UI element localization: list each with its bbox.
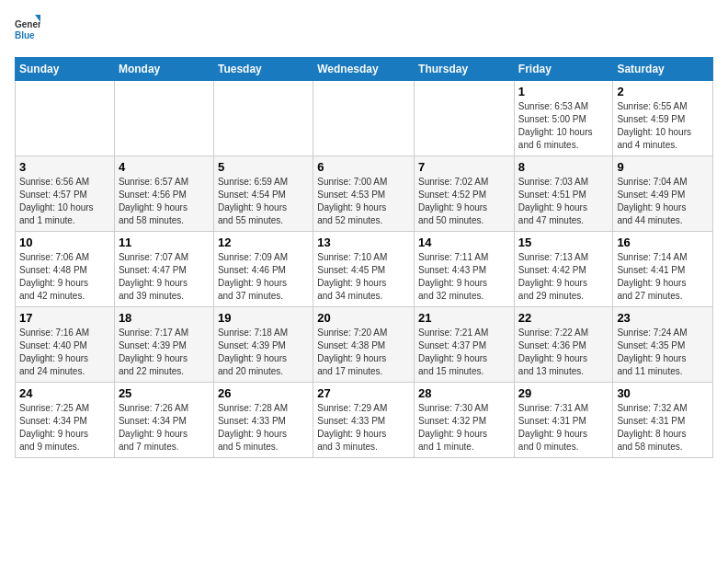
day-number: 1	[518, 85, 609, 98]
day-info: Sunrise: 7:24 AM Sunset: 4:35 PM Dayligh…	[617, 327, 709, 378]
day-info: Sunrise: 7:26 AM Sunset: 4:34 PM Dayligh…	[119, 402, 210, 454]
logo-graphic: General Blue	[15, 15, 40, 48]
calendar-cell: 6Sunrise: 7:00 AM Sunset: 4:53 PM Daylig…	[313, 156, 415, 232]
logo-svg: General Blue	[15, 15, 40, 48]
page-header: General Blue	[15, 15, 713, 48]
calendar-cell: 20Sunrise: 7:20 AM Sunset: 4:38 PM Dayli…	[313, 307, 415, 383]
day-info: Sunrise: 7:20 AM Sunset: 4:38 PM Dayligh…	[317, 327, 410, 378]
day-info: Sunrise: 7:10 AM Sunset: 4:45 PM Dayligh…	[317, 251, 410, 303]
day-number: 22	[518, 311, 609, 325]
calendar-header-tuesday: Tuesday	[213, 58, 313, 81]
day-number: 15	[518, 236, 609, 249]
day-info: Sunrise: 6:56 AM Sunset: 4:57 PM Dayligh…	[19, 176, 110, 227]
day-info: Sunrise: 7:14 AM Sunset: 4:41 PM Dayligh…	[617, 251, 709, 303]
day-info: Sunrise: 7:11 AM Sunset: 4:43 PM Dayligh…	[418, 251, 510, 303]
calendar-cell: 22Sunrise: 7:22 AM Sunset: 4:36 PM Dayli…	[514, 307, 613, 383]
calendar-cell: 10Sunrise: 7:06 AM Sunset: 4:48 PM Dayli…	[16, 232, 115, 307]
day-info: Sunrise: 7:28 AM Sunset: 4:33 PM Dayligh…	[218, 402, 309, 454]
calendar-cell: 18Sunrise: 7:17 AM Sunset: 4:39 PM Dayli…	[114, 307, 213, 383]
day-number: 18	[119, 311, 210, 325]
day-info: Sunrise: 6:59 AM Sunset: 4:54 PM Dayligh…	[218, 176, 309, 227]
day-number: 12	[218, 236, 309, 249]
calendar-cell: 1Sunrise: 6:53 AM Sunset: 5:00 PM Daylig…	[514, 81, 613, 156]
day-number: 24	[19, 386, 110, 400]
day-info: Sunrise: 7:00 AM Sunset: 4:53 PM Dayligh…	[317, 176, 410, 227]
calendar-cell: 23Sunrise: 7:24 AM Sunset: 4:35 PM Dayli…	[613, 307, 713, 383]
day-info: Sunrise: 7:30 AM Sunset: 4:32 PM Dayligh…	[418, 402, 510, 454]
day-number: 2	[617, 85, 709, 98]
day-info: Sunrise: 7:09 AM Sunset: 4:46 PM Dayligh…	[218, 251, 309, 303]
calendar-cell: 17Sunrise: 7:16 AM Sunset: 4:40 PM Dayli…	[16, 307, 115, 383]
calendar-cell	[313, 81, 415, 156]
calendar-week-5: 24Sunrise: 7:25 AM Sunset: 4:34 PM Dayli…	[16, 383, 713, 458]
calendar-header-row: SundayMondayTuesdayWednesdayThursdayFrid…	[16, 58, 713, 81]
day-number: 30	[617, 386, 709, 400]
calendar-cell: 14Sunrise: 7:11 AM Sunset: 4:43 PM Dayli…	[415, 232, 515, 307]
day-info: Sunrise: 7:25 AM Sunset: 4:34 PM Dayligh…	[19, 402, 110, 454]
calendar-week-3: 10Sunrise: 7:06 AM Sunset: 4:48 PM Dayli…	[16, 232, 713, 307]
day-info: Sunrise: 7:16 AM Sunset: 4:40 PM Dayligh…	[19, 327, 110, 378]
calendar-cell: 30Sunrise: 7:32 AM Sunset: 4:31 PM Dayli…	[613, 383, 713, 458]
day-number: 23	[617, 311, 709, 325]
calendar-header-monday: Monday	[114, 58, 213, 81]
day-info: Sunrise: 7:17 AM Sunset: 4:39 PM Dayligh…	[119, 327, 210, 378]
day-info: Sunrise: 7:31 AM Sunset: 4:31 PM Dayligh…	[518, 402, 609, 454]
svg-text:Blue: Blue	[15, 30, 35, 40]
calendar-cell	[213, 81, 313, 156]
day-number: 28	[418, 386, 510, 400]
day-number: 5	[218, 160, 309, 174]
calendar-cell: 8Sunrise: 7:03 AM Sunset: 4:51 PM Daylig…	[514, 156, 613, 232]
day-number: 21	[418, 311, 510, 325]
day-info: Sunrise: 7:03 AM Sunset: 4:51 PM Dayligh…	[518, 176, 609, 227]
calendar-cell: 28Sunrise: 7:30 AM Sunset: 4:32 PM Dayli…	[415, 383, 515, 458]
logo: General Blue	[15, 15, 40, 48]
day-info: Sunrise: 7:21 AM Sunset: 4:37 PM Dayligh…	[418, 327, 510, 378]
day-number: 6	[317, 160, 410, 174]
calendar-header-sunday: Sunday	[16, 58, 115, 81]
day-number: 29	[518, 386, 609, 400]
day-number: 7	[418, 160, 510, 174]
calendar-header-wednesday: Wednesday	[313, 58, 415, 81]
calendar-table: SundayMondayTuesdayWednesdayThursdayFrid…	[15, 57, 713, 458]
calendar-cell	[415, 81, 515, 156]
day-info: Sunrise: 6:55 AM Sunset: 4:59 PM Dayligh…	[617, 100, 709, 152]
calendar-cell: 4Sunrise: 6:57 AM Sunset: 4:56 PM Daylig…	[114, 156, 213, 232]
calendar-cell: 26Sunrise: 7:28 AM Sunset: 4:33 PM Dayli…	[213, 383, 313, 458]
day-number: 8	[518, 160, 609, 174]
day-info: Sunrise: 7:07 AM Sunset: 4:47 PM Dayligh…	[119, 251, 210, 303]
day-number: 26	[218, 386, 309, 400]
day-number: 16	[617, 236, 709, 249]
calendar-cell: 27Sunrise: 7:29 AM Sunset: 4:33 PM Dayli…	[313, 383, 415, 458]
calendar-header-friday: Friday	[514, 58, 613, 81]
day-number: 17	[19, 311, 110, 325]
calendar-cell: 3Sunrise: 6:56 AM Sunset: 4:57 PM Daylig…	[16, 156, 115, 232]
day-number: 14	[418, 236, 510, 249]
day-info: Sunrise: 7:13 AM Sunset: 4:42 PM Dayligh…	[518, 251, 609, 303]
day-info: Sunrise: 7:18 AM Sunset: 4:39 PM Dayligh…	[218, 327, 309, 378]
day-number: 27	[317, 386, 410, 400]
day-number: 13	[317, 236, 410, 249]
day-info: Sunrise: 7:04 AM Sunset: 4:49 PM Dayligh…	[617, 176, 709, 227]
day-info: Sunrise: 7:06 AM Sunset: 4:48 PM Dayligh…	[19, 251, 110, 303]
calendar-week-2: 3Sunrise: 6:56 AM Sunset: 4:57 PM Daylig…	[16, 156, 713, 232]
calendar-header-saturday: Saturday	[613, 58, 713, 81]
svg-text:General: General	[15, 19, 40, 29]
calendar-cell: 9Sunrise: 7:04 AM Sunset: 4:49 PM Daylig…	[613, 156, 713, 232]
day-number: 11	[119, 236, 210, 249]
calendar-cell: 2Sunrise: 6:55 AM Sunset: 4:59 PM Daylig…	[613, 81, 713, 156]
day-number: 25	[119, 386, 210, 400]
calendar-cell	[114, 81, 213, 156]
day-info: Sunrise: 7:32 AM Sunset: 4:31 PM Dayligh…	[617, 402, 709, 454]
day-info: Sunrise: 6:57 AM Sunset: 4:56 PM Dayligh…	[119, 176, 210, 227]
calendar-cell: 13Sunrise: 7:10 AM Sunset: 4:45 PM Dayli…	[313, 232, 415, 307]
day-number: 9	[617, 160, 709, 174]
day-info: Sunrise: 7:02 AM Sunset: 4:52 PM Dayligh…	[418, 176, 510, 227]
day-info: Sunrise: 7:22 AM Sunset: 4:36 PM Dayligh…	[518, 327, 609, 378]
day-info: Sunrise: 7:29 AM Sunset: 4:33 PM Dayligh…	[317, 402, 410, 454]
calendar-week-4: 17Sunrise: 7:16 AM Sunset: 4:40 PM Dayli…	[16, 307, 713, 383]
day-info: Sunrise: 6:53 AM Sunset: 5:00 PM Dayligh…	[518, 100, 609, 152]
calendar-cell: 19Sunrise: 7:18 AM Sunset: 4:39 PM Dayli…	[213, 307, 313, 383]
calendar-week-1: 1Sunrise: 6:53 AM Sunset: 5:00 PM Daylig…	[16, 81, 713, 156]
calendar-cell: 11Sunrise: 7:07 AM Sunset: 4:47 PM Dayli…	[114, 232, 213, 307]
calendar-cell: 21Sunrise: 7:21 AM Sunset: 4:37 PM Dayli…	[415, 307, 515, 383]
